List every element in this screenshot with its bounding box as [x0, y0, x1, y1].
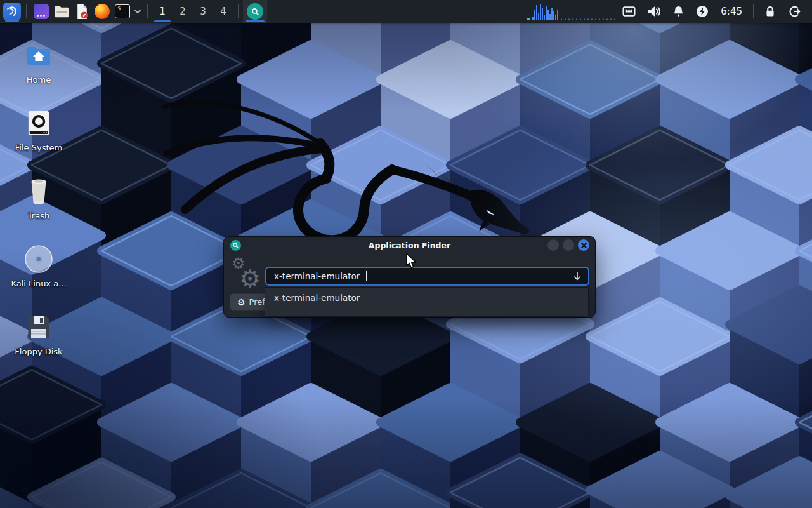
kali-dragon-icon	[3, 3, 21, 20]
appfinder-magnifier-icon	[247, 3, 263, 20]
network-icon	[622, 6, 636, 17]
workspace-label: 3	[200, 6, 206, 17]
desktop-icon-label: Floppy Disk	[15, 347, 62, 356]
notifications-bell-icon	[672, 5, 684, 18]
desktop-icon-label: File System	[15, 143, 62, 152]
completion-popup: x-terminal-emulator	[265, 287, 589, 316]
text-editor-icon	[75, 4, 89, 20]
appfinder-titlebar[interactable]: Application Finder	[224, 237, 595, 254]
desktop-icon-column: Home File System Trash Kali Linux a... F…	[0, 33, 77, 373]
dropdown-arrow-icon[interactable]	[572, 271, 582, 284]
gear-icon: ⚙	[237, 297, 246, 307]
panel-separator	[238, 4, 239, 18]
launcher-firefox[interactable]	[92, 0, 112, 23]
panel-separator	[26, 4, 27, 18]
workspace-label: 2	[180, 6, 186, 17]
volume-icon	[647, 5, 661, 18]
workspace-4[interactable]: 4	[213, 0, 233, 23]
desktop-icon-file-system[interactable]: File System	[0, 101, 77, 169]
trash-icon	[27, 173, 51, 210]
workspace-1[interactable]: 1	[152, 0, 173, 23]
window-title: Application Finder	[224, 237, 595, 254]
workspace-label: 4	[220, 6, 226, 17]
maximize-button[interactable]	[563, 239, 574, 251]
active-indicator	[5, 20, 19, 22]
search-input[interactable]: x-terminal-emulator	[265, 267, 589, 286]
desktop-icon-trash[interactable]: Trash	[0, 169, 77, 237]
harddrive-icon	[27, 105, 51, 142]
launcher-dropdown[interactable]	[133, 0, 143, 23]
logout-icon	[788, 5, 801, 18]
desktop-icon-label: Kali Linux a...	[11, 279, 66, 288]
launcher-terminal[interactable]: $_	[112, 0, 133, 23]
clock[interactable]: 6:45	[714, 0, 749, 23]
logout-button[interactable]	[782, 0, 807, 23]
power-manager-icon	[696, 5, 709, 18]
launcher-file-manager[interactable]	[51, 0, 72, 23]
gears-icon: ⚙ ⚙	[230, 256, 263, 293]
completion-item[interactable]: x-terminal-emulator	[265, 288, 588, 303]
applications-menu-button[interactable]	[3, 0, 22, 23]
text-caret	[366, 271, 367, 281]
cd-disc-icon	[23, 241, 55, 277]
desktop-icon-home[interactable]: Home	[0, 33, 77, 101]
window-app-icon	[34, 4, 49, 19]
desktop-screen: Home File System Trash Kali Linux a... F…	[0, 0, 812, 508]
terminal-icon: $_	[115, 4, 130, 18]
notifications-tray-icon[interactable]	[667, 0, 690, 23]
firefox-icon	[95, 4, 110, 19]
minimize-button[interactable]	[547, 239, 559, 251]
launcher-window-app[interactable]	[31, 0, 51, 23]
lock-screen-button[interactable]	[758, 0, 782, 23]
lock-icon	[764, 5, 776, 18]
active-indicator	[246, 20, 265, 22]
top-panel: $_ 1 2 3 4	[0, 0, 812, 23]
power-manager-tray-icon[interactable]	[690, 0, 714, 23]
desktop-icon-floppy-disk[interactable]: Floppy Disk	[0, 305, 77, 373]
close-button[interactable]	[578, 239, 589, 251]
launcher-text-editor[interactable]	[72, 0, 92, 23]
active-indicator	[154, 20, 171, 22]
floppy-icon	[26, 309, 51, 345]
workspace-label: 1	[159, 6, 166, 17]
cpu-graph-monitor[interactable]	[527, 0, 617, 23]
panel-right: 6:45	[527, 0, 812, 23]
network-tray-icon[interactable]	[617, 0, 641, 23]
desktop-icon-label: Trash	[28, 211, 49, 220]
taskbar-appfinder-button[interactable]	[243, 0, 267, 23]
desktop-icon-kali-linux[interactable]: Kali Linux a...	[0, 237, 77, 305]
volume-tray-icon[interactable]	[641, 0, 667, 23]
panel-separator	[753, 4, 754, 18]
window-controls	[547, 239, 589, 251]
mouse-cursor	[404, 253, 418, 272]
workspace-2[interactable]: 2	[173, 0, 193, 23]
close-icon	[581, 243, 587, 248]
chevron-down-icon	[134, 9, 141, 14]
file-manager-icon	[54, 5, 70, 18]
cpu-graph-icon	[527, 0, 617, 23]
desktop-icon-label: Home	[27, 75, 51, 84]
home-folder-icon	[26, 37, 51, 74]
workspace-3[interactable]: 3	[193, 0, 213, 23]
panel-separator	[147, 4, 148, 18]
panel-left: $_ 1 2 3 4	[0, 0, 267, 23]
search-input-value: x-terminal-emulator	[274, 271, 360, 281]
